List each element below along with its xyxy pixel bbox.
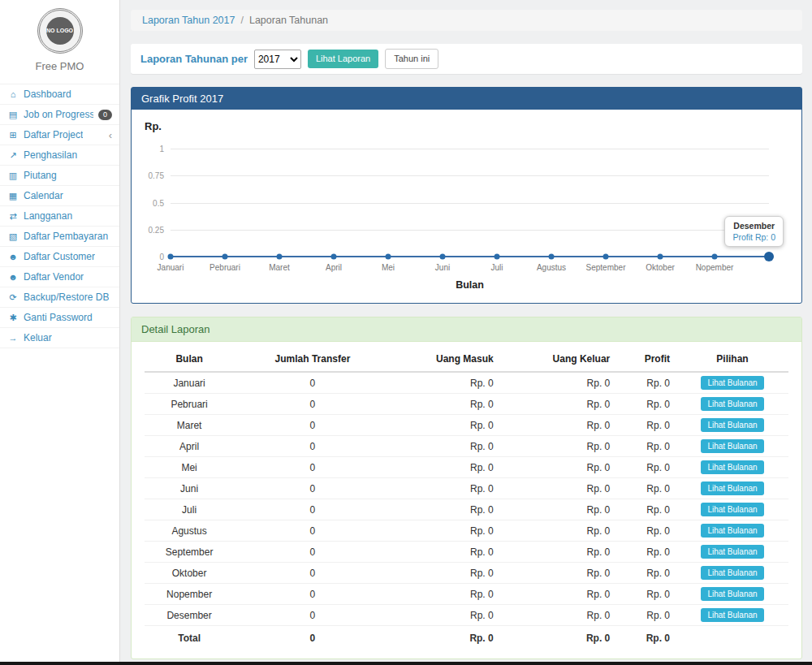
report-filter-panel: Laporan Tahunan per 2017 Lihat Laporan T… bbox=[131, 44, 802, 74]
chart-point-nopember[interactable] bbox=[712, 254, 718, 260]
breadcrumb-link-laporan-tahun[interactable]: Laporan Tahun 2017 bbox=[142, 15, 235, 26]
chart-point-oktober[interactable] bbox=[658, 254, 663, 260]
total-cell-jumlah-transfer: 0 bbox=[234, 626, 391, 648]
sidebar-item-langganan[interactable]: ⇄Langganan bbox=[0, 206, 119, 227]
cell-bulan: Juli bbox=[145, 499, 234, 520]
x-label-oktober: Oktober bbox=[646, 263, 675, 272]
year-select[interactable]: 2017 bbox=[254, 50, 301, 69]
table-body: Januari0Rp. 0Rp. 0Rp. 0Lihat BulananPebr… bbox=[145, 372, 788, 647]
cell-pilihan: Lihat Bulanan bbox=[676, 478, 788, 499]
sidebar-item-daftar-vendor[interactable]: ☻Daftar Vendor bbox=[0, 267, 119, 287]
no-logo-stamp: NO LOGO bbox=[37, 8, 83, 54]
chart-point-desember[interactable] bbox=[764, 252, 774, 261]
lihat-bulanan-button-september[interactable]: Lihat Bulanan bbox=[701, 545, 763, 559]
sidebar-item-label: Penghasilan bbox=[24, 149, 77, 161]
lihat-laporan-button[interactable]: Lihat Laporan bbox=[308, 50, 378, 68]
lihat-bulanan-button-juli[interactable]: Lihat Bulanan bbox=[701, 503, 763, 516]
cell-uang-masuk: Rp. 0 bbox=[391, 415, 500, 436]
lihat-bulanan-button-nopember[interactable]: Lihat Bulanan bbox=[701, 587, 763, 601]
cell-uang-keluar: Rp. 0 bbox=[500, 415, 617, 436]
total-cell-profit: Rp. 0 bbox=[616, 626, 676, 648]
cell-uang-masuk: Rp. 0 bbox=[391, 542, 500, 563]
table-row-total: Total0Rp. 0Rp. 0Rp. 0 bbox=[145, 626, 788, 648]
cell-jumlah-transfer: 0 bbox=[234, 542, 391, 563]
cell-uang-masuk: Rp. 0 bbox=[391, 436, 500, 457]
table-header: BulanJumlah TransferUang MasukUang Kelua… bbox=[145, 347, 788, 372]
users-icon: ☻ bbox=[7, 252, 19, 261]
col-header-pilihan: Pilihan bbox=[676, 347, 788, 372]
cell-pilihan: Lihat Bulanan bbox=[676, 394, 788, 415]
sidebar-item-label: Piutang bbox=[24, 170, 57, 181]
cell-pilihan: Lihat Bulanan bbox=[676, 457, 788, 478]
chart-point-maret[interactable] bbox=[277, 254, 283, 260]
table-row-april: April0Rp. 0Rp. 0Rp. 0Lihat Bulanan bbox=[145, 436, 788, 457]
cell-uang-keluar: Rp. 0 bbox=[500, 542, 617, 563]
profit-line bbox=[171, 256, 769, 257]
cell-profit: Rp. 0 bbox=[616, 436, 676, 457]
brand-name: Free PMO bbox=[0, 60, 119, 72]
cell-jumlah-transfer: 0 bbox=[234, 457, 391, 478]
lihat-bulanan-button-januari[interactable]: Lihat Bulanan bbox=[701, 376, 763, 390]
logo-area: NO LOGO Free PMO bbox=[0, 0, 119, 77]
chart-point-april[interactable] bbox=[331, 254, 337, 260]
table-row-maret: Maret0Rp. 0Rp. 0Rp. 0Lihat Bulanan bbox=[145, 415, 788, 436]
cell-uang-masuk: Rp. 0 bbox=[391, 478, 500, 499]
x-label-juni: Juni bbox=[435, 263, 450, 272]
x-label-april: April bbox=[326, 263, 342, 272]
sidebar-item-ganti-password[interactable]: ✱Ganti Password bbox=[0, 308, 119, 328]
y-tick-label: 0.75 bbox=[149, 171, 164, 180]
chart-point-pebruari[interactable] bbox=[222, 254, 228, 260]
x-label-maret: Maret bbox=[269, 263, 290, 272]
table-row-desember: Desember0Rp. 0Rp. 0Rp. 0Lihat Bulanan bbox=[145, 605, 788, 626]
chart-point-juni[interactable] bbox=[440, 254, 446, 260]
total-cell-uang-masuk: Rp. 0 bbox=[391, 626, 500, 648]
main-content: Laporan Tahun 2017/Laporan Tahunan Lapor… bbox=[121, 0, 812, 665]
cell-uang-keluar: Rp. 0 bbox=[500, 394, 617, 415]
table-row-agustus: Agustus0Rp. 0Rp. 0Rp. 0Lihat Bulanan bbox=[145, 520, 788, 542]
cell-jumlah-transfer: 0 bbox=[234, 478, 391, 499]
sidebar-item-piutang[interactable]: ▥Piutang bbox=[0, 166, 119, 186]
x-label-juli: Juli bbox=[490, 263, 503, 272]
sidebar-item-job-on-progress[interactable]: ▤Job on Progress0 bbox=[0, 105, 119, 125]
chart-point-agustus[interactable] bbox=[549, 254, 555, 260]
sidebar-item-label: Daftar Vendor bbox=[24, 271, 84, 283]
sidebar-item-daftar-customer[interactable]: ☻Daftar Customer bbox=[0, 247, 119, 267]
y-tick-label: 0 bbox=[159, 253, 164, 261]
chevron-left-icon: ‹ bbox=[109, 130, 112, 140]
lihat-bulanan-button-pebruari[interactable]: Lihat Bulanan bbox=[701, 397, 763, 411]
sidebar-item-calendar[interactable]: ▦Calendar bbox=[0, 186, 119, 206]
cell-uang-masuk: Rp. 0 bbox=[391, 563, 500, 584]
chart-point-januari[interactable] bbox=[168, 254, 174, 260]
lihat-bulanan-button-juni[interactable]: Lihat Bulanan bbox=[701, 481, 763, 495]
chart-point-juli[interactable] bbox=[495, 254, 500, 260]
chart-point-september[interactable] bbox=[603, 254, 609, 260]
sidebar-item-daftar-project[interactable]: ⊞Daftar Project‹ bbox=[0, 125, 119, 145]
lihat-bulanan-button-mei[interactable]: Lihat Bulanan bbox=[701, 460, 763, 474]
chart-body: Rp. Desember Profit Rp: 0 Bulan 00.250.5… bbox=[132, 110, 801, 303]
users-icon: ☻ bbox=[7, 272, 19, 282]
line-chart-icon: ↗ bbox=[7, 150, 19, 161]
chart-panel-title: Grafik Profit 2017 bbox=[132, 88, 801, 110]
tahun-ini-button[interactable]: Tahun ini bbox=[385, 49, 438, 69]
lihat-bulanan-button-desember[interactable]: Lihat Bulanan bbox=[701, 608, 763, 622]
lihat-bulanan-button-maret[interactable]: Lihat Bulanan bbox=[701, 418, 763, 432]
lihat-bulanan-button-oktober[interactable]: Lihat Bulanan bbox=[701, 566, 763, 580]
cell-profit: Rp. 0 bbox=[616, 520, 676, 542]
cell-pilihan: Lihat Bulanan bbox=[676, 584, 788, 605]
sidebar-item-dashboard[interactable]: ⌂Dashboard bbox=[0, 84, 119, 105]
sidebar-item-keluar[interactable]: →Keluar bbox=[0, 328, 119, 348]
lihat-bulanan-button-agustus[interactable]: Lihat Bulanan bbox=[701, 524, 763, 538]
cell-profit: Rp. 0 bbox=[616, 394, 676, 415]
cell-pilihan: Lihat Bulanan bbox=[676, 436, 788, 457]
col-header-bulan: Bulan bbox=[145, 347, 234, 372]
breadcrumb: Laporan Tahun 2017/Laporan Tahunan bbox=[131, 10, 802, 31]
sidebar-item-label: Job on Progress bbox=[24, 109, 93, 120]
sidebar-item-daftar-pembayaran[interactable]: ▧Daftar Pembayaran bbox=[0, 227, 119, 247]
cell-jumlah-transfer: 0 bbox=[234, 520, 391, 542]
cell-profit: Rp. 0 bbox=[616, 563, 676, 584]
table-row-pebruari: Pebruari0Rp. 0Rp. 0Rp. 0Lihat Bulanan bbox=[145, 394, 788, 415]
sidebar-item-penghasilan[interactable]: ↗Penghasilan bbox=[0, 145, 119, 166]
chart-point-mei[interactable] bbox=[386, 254, 391, 260]
lihat-bulanan-button-april[interactable]: Lihat Bulanan bbox=[701, 439, 763, 453]
sidebar-item-backup-restore-db[interactable]: ⟳Backup/Restore DB bbox=[0, 287, 119, 308]
